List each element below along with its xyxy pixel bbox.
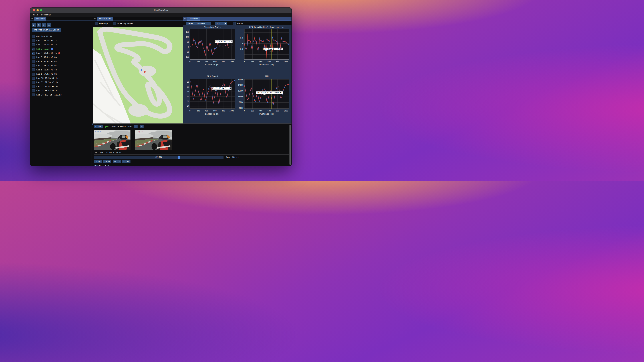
session-panel-header: Session: [30, 17, 93, 21]
delta-checkbox[interactable]: [233, 22, 236, 25]
select-channels-button[interactable]: Select Channels...: [186, 22, 210, 25]
chart-title: RPM: [244, 75, 289, 77]
chart-plot-area[interactable]: [190, 29, 235, 59]
chart-plot-area[interactable]: [244, 29, 289, 59]
lap-checkbox[interactable]: [32, 93, 35, 96]
vertical-scrollbar[interactable]: [290, 125, 291, 165]
lap-checkbox[interactable]: [32, 89, 35, 92]
tab-track-view[interactable]: Track View: [97, 17, 113, 20]
lap-checkbox[interactable]: [32, 81, 35, 84]
tab-channels[interactable]: Channels: [187, 17, 200, 20]
y-tick-label: 14000: [237, 84, 244, 86]
sync-offset-label: Sync Offset: [226, 156, 239, 158]
chart-steering-angle[interactable]: Steering Angle150100500-50-1000200400600…: [183, 25, 237, 74]
mute-button[interactable]: [140, 125, 144, 128]
lap-list-item[interactable]: Lap 8 56.6s +0.4s: [32, 68, 93, 72]
braking-zones-checkbox[interactable]: [113, 22, 116, 25]
lap-checkbox[interactable]: [32, 52, 35, 55]
chart-plot-area[interactable]: [190, 79, 235, 109]
debug-button[interactable]: [47, 23, 51, 27]
lap-list-item[interactable]: Lap 6 56.6s +0.4s: [32, 59, 93, 63]
lap-checkbox[interactable]: [32, 64, 35, 67]
chevron-down-icon: [224, 22, 227, 25]
open-session-button[interactable]: [32, 23, 36, 27]
slider-handle[interactable]: [178, 156, 180, 159]
video-button[interactable]: [42, 23, 46, 27]
delta-label: Delta: [237, 22, 243, 25]
lap-checkbox[interactable]: [32, 47, 35, 50]
hw-decode-badge: [HW]: [105, 125, 110, 128]
lap-checkbox[interactable]: [32, 73, 35, 75]
y-tick-label: 70: [183, 91, 189, 93]
chart-gps-speed[interactable]: GPS Speed90807060504002004006008001000Di…: [183, 74, 237, 123]
lap-checkbox[interactable]: [32, 56, 35, 59]
chart-title: Steering Angle: [190, 26, 235, 28]
lap-list-item[interactable]: Lap 7 58.1s +1.9s: [32, 63, 93, 68]
bug-icon: [48, 24, 50, 26]
heatmap-checkbox[interactable]: [95, 22, 98, 25]
collapse-icon[interactable]: [94, 17, 96, 19]
lap-label: Lap 5 57.0s +0.8s: [36, 56, 57, 58]
offset-minus-0.1s-button[interactable]: -0.1s: [103, 160, 112, 163]
lap-checkbox[interactable]: [32, 43, 35, 46]
save-session-button[interactable]: [37, 23, 41, 27]
lap4-video-thumbnail[interactable]: Lap 4: [135, 130, 172, 150]
x-axis-mode-value: Dist: [215, 22, 224, 25]
y-tick-label: 8000: [237, 101, 244, 103]
lap-list-item[interactable]: Lap 13 56.5s +0.3s: [32, 89, 93, 93]
track-map[interactable]: [93, 27, 183, 123]
x-axis-mode-dropdown[interactable]: Dist: [215, 22, 227, 25]
lap-list-item[interactable]: Lap 5 57.0s +0.8s: [32, 55, 93, 59]
lap-list-item[interactable]: Lap 12 56.8s +0.6s: [32, 84, 93, 89]
charts-grid: Steering Angle150100500-50-1000200400600…: [183, 25, 292, 123]
lap-list-item[interactable]: Out lap 79.0s: [32, 34, 93, 38]
lap-list-item[interactable]: Lap 2 60.3s +4.1s: [32, 43, 93, 47]
lap-list-item[interactable]: Lap 11 57.3s +1.1s: [32, 80, 93, 84]
lap-label: Lap 2 60.3s +4.1s: [36, 43, 57, 46]
offset-plus-0.1s-button[interactable]: +0.1s: [113, 160, 121, 163]
menu-settings[interactable]: Settings: [41, 14, 51, 16]
lap-checkbox[interactable]: [32, 85, 35, 88]
y-tick-label: 0.5: [237, 37, 244, 39]
collapse-icon[interactable]: [184, 17, 186, 19]
collapse-icon[interactable]: [31, 17, 33, 19]
analyze-ai-coach-button[interactable]: Analyze with AI Coach: [32, 28, 61, 31]
close-video-button[interactable]: Close: [94, 125, 103, 128]
offset-readout: Offset: 19.3s: [92, 163, 292, 166]
cursor-tooltip: L3:-0.55 L4:-0.47: [262, 47, 282, 50]
chart-gps-longitudinal-acceleration[interactable]: GPS Longitudinal Acceleration10.50-0.5-1…: [237, 25, 292, 74]
lap-list-item[interactable]: Lap 10 56.3s +0.1s: [32, 76, 93, 80]
y-tick-label: 12000: [237, 90, 244, 92]
sync-offset-slider[interactable]: 19.300: [94, 156, 224, 159]
lap-list-item[interactable]: Lap 1 57.3s +1.1s: [32, 38, 93, 43]
x-tick-label: 200: [194, 61, 202, 63]
window-title: KartDataPro: [30, 9, 292, 11]
lap3-video-thumbnail[interactable]: Lap 3: [94, 130, 130, 150]
chart-rpm[interactable]: RPM1600014000120001000080006000020040060…: [237, 74, 292, 123]
lap-list-item[interactable]: Lap 4 56.6s +0.4s: [32, 51, 93, 55]
lap-checkbox[interactable]: [32, 39, 35, 42]
title-bar[interactable]: KartDataPro: [30, 8, 292, 13]
session-panel: Session Analyze with AI Coach Out lap 79…: [30, 17, 93, 123]
offset-plus-1s-button[interactable]: +1.0s: [122, 160, 130, 163]
lap-checkbox[interactable]: [32, 68, 35, 71]
slider-value: 19.300: [94, 156, 224, 158]
lap-list-item[interactable]: Lap 14 172.1s +115.9s: [32, 93, 93, 97]
lap-checkbox[interactable]: [32, 60, 35, 63]
open-folder-icon: [33, 24, 34, 26]
lap-checkbox[interactable]: [32, 35, 35, 38]
save-icon: [38, 24, 40, 26]
x-tick-label: 1000: [228, 61, 236, 63]
lap-list-item[interactable]: Lap 3 56.2s: [32, 47, 93, 51]
app-window: KartDataPro File Settings Session: [30, 8, 292, 166]
tab-session[interactable]: Session: [34, 17, 46, 20]
y-tick-label: 6000: [237, 107, 244, 109]
lap-list-item[interactable]: Lap 9 57.0s +0.8s: [32, 72, 93, 76]
panel-resize-grip[interactable]: [92, 124, 94, 125]
play-button[interactable]: [134, 125, 138, 128]
lap-label: Lap 10 56.3s +0.1s: [36, 77, 58, 79]
offset-buttons-row: -1.0s -0.1s +0.1s +1.0s: [92, 159, 292, 163]
lap-checkbox[interactable]: [32, 77, 35, 80]
offset-minus-1s-button[interactable]: -1.0s: [94, 160, 102, 163]
menu-file[interactable]: File: [33, 14, 38, 16]
